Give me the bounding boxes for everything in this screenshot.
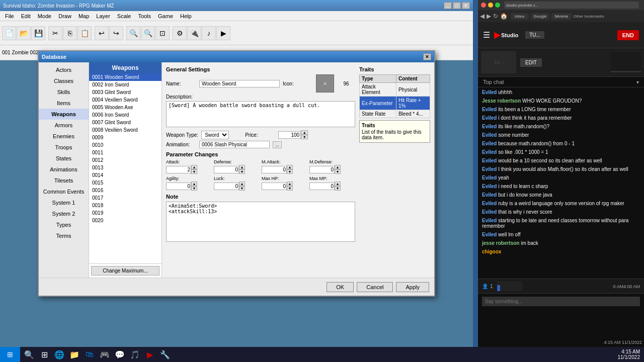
- maximize-btn[interactable]: □: [453, 2, 461, 9]
- nav-common-events[interactable]: Common Events: [39, 186, 89, 197]
- price-up[interactable]: ▲: [301, 130, 308, 135]
- maxhp-input[interactable]: [262, 183, 287, 190]
- taskbar-search[interactable]: 🔍: [22, 347, 36, 361]
- home-btn[interactable]: 🏠: [500, 13, 508, 20]
- desc-input[interactable]: [Sword] A wooden battle sword boasting a…: [166, 101, 355, 127]
- taskbar-explorer[interactable]: 📁: [67, 347, 82, 361]
- nav-classes[interactable]: Classes: [39, 75, 89, 86]
- list-item[interactable]: 0003 Glint Sword: [89, 88, 162, 96]
- icon-preview[interactable]: ⚔: [316, 74, 334, 93]
- change-max-btn[interactable]: Change Maximum...: [91, 266, 159, 276]
- attack-input[interactable]: [166, 166, 191, 173]
- animation-browse-btn[interactable]: ...: [273, 141, 282, 148]
- agility-up[interactable]: ▲: [191, 182, 197, 186]
- nav-system2[interactable]: System 2: [39, 208, 89, 219]
- nav-armors[interactable]: Armors: [39, 120, 89, 131]
- menu-tools[interactable]: Tools: [135, 13, 154, 20]
- taskbar-edge[interactable]: 🌐: [52, 347, 66, 361]
- list-item[interactable]: 0019: [89, 209, 162, 217]
- list-item[interactable]: 0018: [89, 202, 162, 209]
- defense-input[interactable]: [214, 166, 239, 173]
- list-item[interactable]: 0017: [89, 194, 162, 202]
- list-item[interactable]: 0004 Vexilien Sword: [89, 96, 162, 104]
- traits-row[interactable]: State Rate Bleed * 4...: [360, 110, 430, 118]
- list-item[interactable]: 0010: [89, 141, 162, 149]
- luck-down[interactable]: ▼: [239, 186, 245, 191]
- list-item[interactable]: 0001 Wooden Sword: [89, 73, 162, 81]
- chat-chevron[interactable]: ▾: [636, 79, 639, 85]
- nav-skills[interactable]: Skills: [39, 86, 89, 98]
- nav-enemies[interactable]: Enemies: [39, 131, 89, 142]
- maxmp-input[interactable]: [309, 183, 335, 190]
- nav-terms[interactable]: Terms: [39, 230, 89, 241]
- agility-input[interactable]: [166, 183, 191, 190]
- list-item[interactable]: 0011: [89, 149, 162, 156]
- toolbar-copy[interactable]: ⎘: [63, 26, 77, 40]
- nav-troops[interactable]: Troops: [39, 142, 89, 153]
- inbox-tab[interactable]: Inbox: [511, 13, 529, 20]
- cancel-btn[interactable]: Cancel: [357, 282, 393, 292]
- toolbar-fit[interactable]: ⊡: [155, 26, 170, 40]
- toolbar-redo[interactable]: ↪: [109, 26, 123, 40]
- 9anime-tab[interactable]: 9Anime: [551, 13, 571, 20]
- refresh-btn[interactable]: ↻: [493, 13, 498, 20]
- maxmp-down[interactable]: ▼: [335, 186, 341, 191]
- nav-items[interactable]: Items: [39, 98, 89, 109]
- chat-input[interactable]: [482, 297, 640, 306]
- nav-actors[interactable]: Actors: [39, 64, 89, 75]
- apply-btn[interactable]: Apply: [396, 282, 429, 292]
- toolbar-open[interactable]: 📂: [17, 26, 31, 40]
- mdefense-up[interactable]: ▲: [335, 165, 341, 169]
- list-item[interactable]: 0006 Iron Sword: [89, 111, 162, 119]
- list-item[interactable]: 0015: [89, 179, 162, 187]
- luck-input[interactable]: [214, 183, 239, 190]
- taskbar-store[interactable]: 🛍: [83, 347, 97, 361]
- browser-maximize[interactable]: [495, 3, 500, 8]
- mattack-up[interactable]: ▲: [287, 165, 293, 169]
- close-btn[interactable]: ✕: [462, 2, 470, 9]
- mdefense-input[interactable]: [309, 166, 335, 173]
- toolbar-cut[interactable]: ✂: [48, 26, 62, 40]
- menu-file[interactable]: File: [2, 13, 17, 20]
- minimize-btn[interactable]: _: [444, 2, 452, 9]
- taskbar-app4[interactable]: ▶: [143, 347, 157, 361]
- traits-row[interactable]: Attack Element Physical: [360, 83, 430, 97]
- list-item[interactable]: 0014: [89, 171, 162, 179]
- menu-map[interactable]: Map: [75, 13, 92, 20]
- browser-close[interactable]: [481, 3, 486, 8]
- menu-scale[interactable]: Scale: [114, 13, 134, 20]
- defense-down[interactable]: ▼: [239, 169, 245, 174]
- mattack-down[interactable]: ▼: [287, 169, 293, 174]
- menu-layer[interactable]: Layer: [93, 13, 113, 20]
- browser-minimize[interactable]: [488, 3, 493, 8]
- price-down[interactable]: ▼: [301, 135, 308, 139]
- toolbar-plugin[interactable]: 🔌: [187, 26, 201, 40]
- forward-btn[interactable]: ▶: [487, 13, 491, 20]
- nav-tilesets[interactable]: Tilesets: [39, 175, 89, 186]
- animation-input[interactable]: [199, 141, 270, 148]
- toolbar-settings[interactable]: ⚙: [173, 26, 187, 40]
- toolbar-video[interactable]: ▶: [216, 26, 230, 40]
- menu-edit[interactable]: Edit: [18, 13, 34, 20]
- weapon-type-select[interactable]: Sword: [201, 131, 229, 139]
- maxhp-down[interactable]: ▼: [287, 186, 293, 191]
- list-item[interactable]: 0005 Wooden Axe: [89, 104, 162, 111]
- hamburger-icon[interactable]: ☰: [483, 30, 490, 40]
- nav-animations[interactable]: Animations: [39, 164, 89, 175]
- luck-up[interactable]: ▲: [239, 182, 245, 186]
- mattack-input[interactable]: [262, 166, 287, 173]
- yt-end-btn[interactable]: END: [617, 30, 639, 40]
- list-item[interactable]: 0007 Glint Sword: [89, 119, 162, 126]
- toolbar-new[interactable]: 📄: [2, 26, 16, 40]
- list-item[interactable]: 0009: [89, 134, 162, 141]
- taskbar-taskview[interactable]: ⊞: [37, 347, 51, 361]
- ok-btn[interactable]: OK: [327, 282, 354, 292]
- browser-address[interactable]: studio.youtube.c...: [504, 2, 639, 9]
- list-item[interactable]: 0013: [89, 164, 162, 171]
- toolbar-paste[interactable]: 📋: [77, 26, 92, 40]
- defense-up[interactable]: ▲: [239, 165, 245, 169]
- note-input[interactable]: <AnimaSet:Sword> <attackSkill:13>: [166, 202, 355, 242]
- toolbar-zoom-in[interactable]: 🔍: [126, 26, 140, 40]
- menu-draw[interactable]: Draw: [55, 13, 74, 20]
- taskbar-app3[interactable]: 🎵: [128, 347, 142, 361]
